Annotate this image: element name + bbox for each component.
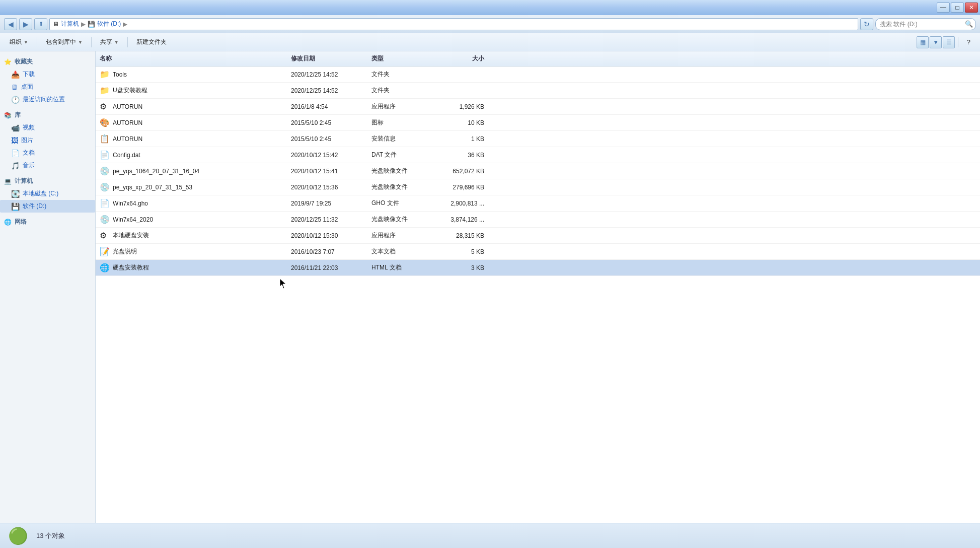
sidebar: ⭐ 收藏夹 📥 下载 🖥 桌面 🕐 最近访问的位置 📚 库 📹 视频 🖼 图片 [0, 51, 96, 523]
maximize-button[interactable]: □ [951, 3, 964, 13]
organize-button[interactable]: 组织 ▼ [4, 35, 34, 49]
sidebar-item-documents[interactable]: 📄 文档 [0, 147, 95, 159]
pictures-icon: 🖼 [11, 136, 18, 145]
file-name-cell: ⚙ 本地硬盘安装 [96, 228, 287, 243]
sidebar-item-recent[interactable]: 🕐 最近访问的位置 [0, 93, 95, 106]
organize-label: 组织 [10, 38, 22, 46]
up-button[interactable]: ⬆ [34, 18, 47, 30]
file-icon: 📄 [100, 198, 110, 208]
file-type-cell: DAT 文件 [367, 148, 433, 162]
refresh-button[interactable]: ↻ [860, 18, 873, 30]
close-button[interactable]: ✕ [965, 3, 978, 13]
file-name: Tools [113, 71, 127, 78]
favorites-label: 收藏夹 [15, 57, 33, 66]
sidebar-section-favorites[interactable]: ⭐ 收藏夹 [0, 55, 95, 68]
help-label: ? [967, 39, 970, 46]
documents-icon: 📄 [11, 149, 20, 157]
file-size-cell: 1 KB [433, 132, 488, 146]
file-icon: 💿 [100, 215, 110, 224]
col-header-type[interactable]: 类型 [367, 51, 433, 66]
minimize-button[interactable]: — [937, 3, 950, 13]
file-date-cell: 2015/5/10 2:45 [287, 116, 367, 129]
view-buttons: ▦ ▼ ☰ [917, 36, 955, 48]
sidebar-item-drive-c[interactable]: 💽 本地磁盘 (C:) [0, 187, 95, 200]
file-name-cell: 🌐 硬盘安装教程 [96, 260, 287, 276]
table-row[interactable]: 🌐 硬盘安装教程 2016/11/21 22:03 HTML 文档 3 KB [96, 260, 980, 276]
file-type-cell: 文本文档 [367, 244, 433, 259]
view-arrow-button[interactable]: ▼ [930, 36, 942, 48]
sidebar-item-drive-d[interactable]: 💾 软件 (D:) [0, 200, 95, 213]
col-header-name[interactable]: 名称 [96, 51, 287, 66]
sidebar-item-desktop[interactable]: 🖥 桌面 [0, 81, 95, 93]
pictures-label: 图片 [21, 136, 33, 145]
table-row[interactable]: 📄 Win7x64.gho 2019/9/7 19:25 GHO 文件 2,90… [96, 195, 980, 212]
file-name: pe_yqs_1064_20_07_31_16_04 [113, 168, 199, 175]
download-label: 下载 [23, 70, 35, 79]
search-icon[interactable]: 🔍 [965, 20, 973, 28]
file-icon: 📁 [100, 70, 110, 79]
file-date-cell: 2016/1/8 4:54 [287, 100, 367, 113]
sidebar-section-library[interactable]: 📚 库 [0, 109, 95, 121]
sidebar-item-pictures[interactable]: 🖼 图片 [0, 134, 95, 147]
table-row[interactable]: 🎨 AUTORUN 2015/5/10 2:45 图标 10 KB [96, 115, 980, 131]
table-row[interactable]: 💿 pe_yqs_xp_20_07_31_15_53 2020/10/12 15… [96, 179, 980, 195]
back-button[interactable]: ◀ [4, 18, 17, 30]
file-type-cell: 光盘映像文件 [367, 180, 433, 194]
network-icon: 🌐 [4, 219, 12, 226]
file-date-cell: 2016/11/21 22:03 [287, 261, 367, 275]
table-row[interactable]: 📋 AUTORUN 2015/5/10 2:45 安装信息 1 KB [96, 131, 980, 147]
table-row[interactable]: 📝 光盘说明 2016/10/23 7:07 文本文档 5 KB [96, 244, 980, 260]
file-name-cell: 📋 AUTORUN [96, 131, 287, 147]
breadcrumb-drive[interactable]: 软件 (D:) [97, 20, 121, 28]
include-library-button[interactable]: 包含到库中 ▼ [40, 35, 88, 49]
file-name-cell: ⚙ AUTORUN [96, 99, 287, 114]
include-library-label: 包含到库中 [46, 38, 76, 46]
file-type-cell: 安装信息 [367, 131, 433, 146]
table-row[interactable]: 📄 Config.dat 2020/10/12 15:42 DAT 文件 36 … [96, 147, 980, 163]
col-header-date[interactable]: 修改日期 [287, 51, 367, 66]
table-row[interactable]: 💿 Win7x64_2020 2020/12/25 11:32 光盘映像文件 3… [96, 212, 980, 228]
file-date-cell: 2016/10/23 7:07 [287, 245, 367, 258]
table-row[interactable]: 📁 U盘安装教程 2020/12/25 14:52 文件夹 [96, 83, 980, 99]
table-row[interactable]: ⚙ AUTORUN 2016/1/8 4:54 应用程序 1,926 KB [96, 99, 980, 115]
file-size-cell: 28,315 KB [433, 229, 488, 242]
file-size-cell: 3,874,126 ... [433, 213, 488, 226]
file-name-cell: 💿 pe_yqs_xp_20_07_31_15_53 [96, 179, 287, 195]
sidebar-section-network[interactable]: 🌐 网络 [0, 216, 95, 228]
video-label: 视频 [23, 123, 35, 132]
file-date-cell: 2020/12/25 14:52 [287, 84, 367, 97]
filelist: 名称 修改日期 类型 大小 📁 Tools 2020/12/25 14:52 文… [96, 51, 980, 523]
help-button[interactable]: ? [961, 35, 976, 49]
addressbar: ◀ ▶ ⬆ 🖥 计算机 ▶ 💾 软件 (D:) ▶ ↻ 🔍 [0, 15, 980, 33]
new-folder-button[interactable]: 新建文件夹 [131, 35, 172, 49]
table-row[interactable]: ⚙ 本地硬盘安装 2020/10/12 15:30 应用程序 28,315 KB [96, 228, 980, 244]
file-date-cell: 2020/12/25 11:32 [287, 213, 367, 226]
forward-button[interactable]: ▶ [19, 18, 32, 30]
file-date-cell: 2020/10/12 15:41 [287, 165, 367, 178]
file-name: 硬盘安装教程 [113, 263, 149, 272]
view-details-button[interactable]: ☰ [943, 36, 955, 48]
file-name: 光盘说明 [113, 247, 137, 256]
view-list-button[interactable]: ▦ [917, 36, 929, 48]
file-date-cell: 2015/5/10 2:45 [287, 132, 367, 146]
file-name: Win7x64_2020 [113, 216, 153, 223]
file-name: Config.dat [113, 152, 140, 159]
file-icon: 💿 [100, 166, 110, 176]
file-size-cell: 3 KB [433, 261, 488, 275]
search-input[interactable] [875, 18, 976, 30]
breadcrumb-computer[interactable]: 计算机 [61, 20, 79, 28]
col-header-size[interactable]: 大小 [433, 51, 488, 66]
table-row[interactable]: 💿 pe_yqs_1064_20_07_31_16_04 2020/10/12 … [96, 163, 980, 179]
sidebar-section-computer[interactable]: 💻 计算机 [0, 175, 95, 187]
breadcrumb-drive-icon: 💾 [88, 21, 95, 28]
file-name-cell: 📁 U盘安装教程 [96, 83, 287, 98]
file-name: Win7x64.gho [113, 200, 148, 207]
share-button[interactable]: 共享 ▼ [95, 35, 124, 49]
table-row[interactable]: 📁 Tools 2020/12/25 14:52 文件夹 [96, 66, 980, 83]
filelist-header: 名称 修改日期 类型 大小 [96, 51, 980, 66]
file-size-cell: 2,900,813 ... [433, 197, 488, 210]
sidebar-item-download[interactable]: 📥 下载 [0, 68, 95, 81]
file-name: AUTORUN [113, 119, 142, 126]
sidebar-item-video[interactable]: 📹 视频 [0, 121, 95, 134]
sidebar-item-music[interactable]: 🎵 音乐 [0, 159, 95, 172]
